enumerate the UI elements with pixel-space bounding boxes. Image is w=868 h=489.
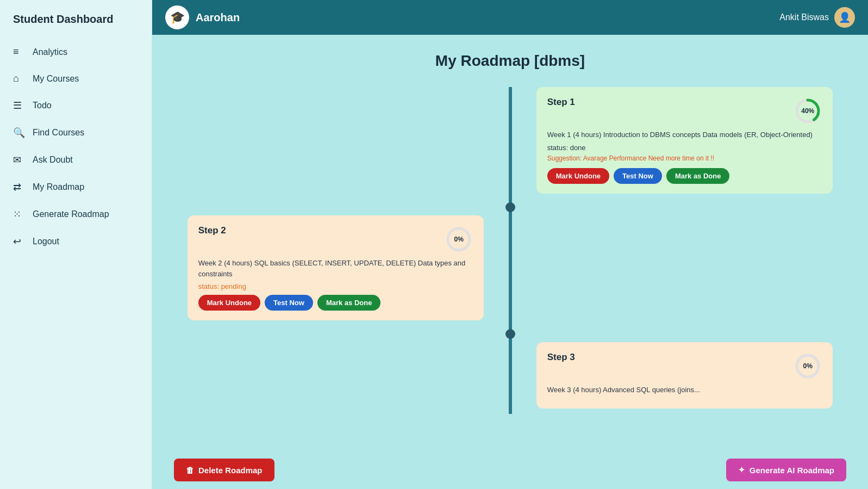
dot-2 <box>174 326 846 342</box>
dot-1 <box>174 199 846 215</box>
generate-label: Generate AI Roadmap <box>750 466 834 475</box>
sidebar-item-my-roadmap[interactable]: ⇄ My Roadmap <box>0 174 152 201</box>
step-row-1: Step 1 40% Week 1 (4 hours) Introduction… <box>174 87 846 199</box>
header-right: Ankit Biswas 👤 <box>779 7 855 28</box>
step3-header: Step 3 0% <box>547 352 822 380</box>
sidebar-item-ask-doubt[interactable]: ✉ Ask Doubt <box>0 146 152 174</box>
logout-icon: ↩ <box>13 236 25 247</box>
mail-icon: ✉ <box>13 154 25 166</box>
sidebar-item-label-generate-roadmap: Generate Roadmap <box>33 209 109 219</box>
sidebar-item-label-todo: Todo <box>33 101 52 110</box>
app-logo: 🎓 <box>165 5 189 29</box>
test-now-button-2[interactable]: Test Now <box>265 295 313 311</box>
todo-icon: ☰ <box>13 100 25 112</box>
avatar-emoji: 👤 <box>839 11 851 23</box>
step3-progress-label: 0% <box>803 362 813 370</box>
sidebar: Student Dashboard ≡ Analytics ⌂ My Cours… <box>0 0 152 489</box>
step1-suggestion: Suggestion: Avarage Performance Need mor… <box>547 154 822 163</box>
step-card-1: Step 1 40% Week 1 (4 hours) Introduction… <box>536 87 833 194</box>
step2-progress-label: 0% <box>454 236 464 243</box>
avatar: 👤 <box>834 7 855 28</box>
header: 🎓 Aarohan Ankit Biswas 👤 <box>152 0 868 35</box>
home-icon: ⌂ <box>13 73 25 84</box>
step1-description: Week 1 (4 hours) Introduction to DBMS co… <box>547 129 822 140</box>
search-icon: 🔍 <box>13 127 25 139</box>
main-area: 🎓 Aarohan Ankit Biswas 👤 My Roadmap [dbm… <box>152 0 868 489</box>
sidebar-item-label-analytics: Analytics <box>33 47 67 57</box>
timeline-dot-1 <box>505 202 515 212</box>
timeline-dot-2 <box>505 329 515 339</box>
sidebar-item-label-ask-doubt: Ask Doubt <box>33 155 73 165</box>
step2-description: Week 2 (4 hours) SQL basics (SELECT, INS… <box>198 258 473 279</box>
step-card-3: Step 3 0% Week 3 (4 hours) Advanced SQL … <box>536 342 833 408</box>
sidebar-title: Student Dashboard <box>0 13 152 39</box>
step1-status: status: done <box>547 144 822 152</box>
step1-buttons: Mark Undone Test Now Mark as Done <box>547 168 822 184</box>
sidebar-item-label-my-roadmap: My Roadmap <box>33 182 84 192</box>
roadmap-container: Step 1 40% Week 1 (4 hours) Introduction… <box>174 87 846 414</box>
sidebar-item-find-courses[interactable]: 🔍 Find Courses <box>0 119 152 146</box>
mark-undone-button-1[interactable]: Mark Undone <box>547 168 609 184</box>
step3-progress-circle: 0% <box>794 352 822 380</box>
step2-buttons: Mark Undone Test Now Mark as Done <box>198 295 473 311</box>
delete-icon: 🗑 <box>186 466 194 475</box>
roadmap-icon: ⇄ <box>13 181 25 193</box>
mark-done-button-1[interactable]: Mark as Done <box>666 168 730 184</box>
sidebar-item-generate-roadmap[interactable]: ⁙ Generate Roadmap <box>0 201 152 228</box>
generate-ai-roadmap-button[interactable]: ✦ Generate AI Roadmap <box>726 459 846 481</box>
step-row-3: Step 3 0% Week 3 (4 hours) Advanced SQL … <box>174 342 846 414</box>
sidebar-item-logout[interactable]: ↩ Logout <box>0 228 152 255</box>
content-area: My Roadmap [dbms] Step 1 40% <box>152 35 868 489</box>
delete-roadmap-button[interactable]: 🗑 Delete Roadmap <box>174 459 274 481</box>
step2-status: status: pending <box>198 282 473 290</box>
sidebar-item-label-logout: Logout <box>33 237 59 246</box>
logo-emoji: 🎓 <box>170 10 185 24</box>
step1-progress-label: 40% <box>801 107 814 115</box>
user-name: Ankit Biswas <box>779 13 829 22</box>
step-row-2: Step 2 0% Week 2 (4 hours) SQL basics (S… <box>174 215 846 326</box>
step1-header: Step 1 40% <box>547 97 822 125</box>
step2-progress-circle: 0% <box>445 225 473 253</box>
step3-description: Week 3 (4 hours) Advanced SQL queries (j… <box>547 385 822 395</box>
sidebar-item-label-my-courses: My Courses <box>33 74 79 84</box>
analytics-icon: ≡ <box>13 46 25 58</box>
mark-done-button-2[interactable]: Mark as Done <box>317 295 381 311</box>
generate-icon: ✦ <box>738 465 745 475</box>
header-left: 🎓 Aarohan <box>165 5 240 29</box>
generate-icon: ⁙ <box>13 208 25 220</box>
sidebar-item-my-courses[interactable]: ⌂ My Courses <box>0 65 152 92</box>
step1-progress-circle: 40% <box>794 97 822 125</box>
app-name: Aarohan <box>196 11 240 24</box>
step1-title: Step 1 <box>547 97 575 108</box>
sidebar-item-label-find-courses: Find Courses <box>33 128 84 138</box>
step2-header: Step 2 0% <box>198 225 473 253</box>
test-now-button-1[interactable]: Test Now <box>614 168 662 184</box>
step-card-2: Step 2 0% Week 2 (4 hours) SQL basics (S… <box>188 215 484 320</box>
sidebar-item-todo[interactable]: ☰ Todo <box>0 92 152 119</box>
delete-label: Delete Roadmap <box>198 466 263 475</box>
sidebar-item-analytics[interactable]: ≡ Analytics <box>0 39 152 65</box>
step2-title: Step 2 <box>198 225 226 236</box>
mark-undone-button-2[interactable]: Mark Undone <box>198 295 260 311</box>
step3-title: Step 3 <box>547 352 575 363</box>
page-title: My Roadmap [dbms] <box>174 52 846 70</box>
